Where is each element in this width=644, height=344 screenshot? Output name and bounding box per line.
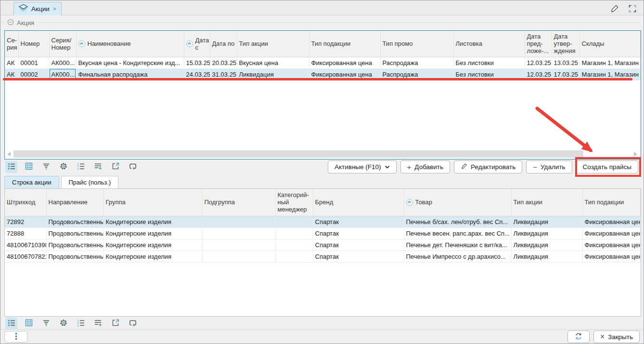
cell[interactable]: Ликвидация [511, 251, 582, 262]
cell[interactable]: Спартак [313, 251, 404, 262]
cell[interactable]: Спартак [313, 227, 404, 239]
cell[interactable]: Ликвидация [511, 239, 582, 251]
toolbar-reload-button[interactable] [127, 318, 139, 330]
cell[interactable]: Ликвидация [511, 216, 582, 227]
toolbar-settings-button[interactable] [57, 318, 69, 330]
column-header[interactable]: Склады [580, 31, 641, 57]
cell[interactable]: 4810067103981 [5, 239, 46, 251]
cell[interactable]: Спартак [313, 239, 404, 251]
more-menu-button[interactable] [4, 331, 27, 343]
cell[interactable]: Кондитерские изделия [103, 227, 202, 239]
cell[interactable]: Печенье б/сах. лен/отруб. вес Сп... [404, 216, 511, 227]
cell[interactable]: Фиксированная цена [582, 239, 641, 251]
column-header[interactable]: Тип подакции [582, 189, 641, 216]
table-row[interactable]: 72892Продовольственные ...Кондитерские и… [5, 216, 641, 227]
cell[interactable]: АК000... [49, 57, 76, 68]
column-header[interactable]: Дата утвер- ждения [552, 31, 580, 57]
cell[interactable]: Продовольственные ... [46, 251, 103, 262]
cell[interactable]: Кондитерские изделия [103, 251, 202, 262]
refresh-button[interactable] [567, 331, 590, 343]
cell[interactable]: 4810067078210 [5, 251, 46, 262]
column-header[interactable]: Группа [103, 189, 202, 216]
cell[interactable]: Вкусная цена [237, 57, 309, 68]
cell[interactable] [202, 216, 275, 227]
cell[interactable] [275, 216, 313, 227]
column-header[interactable]: Товар [404, 189, 511, 216]
column-header[interactable]: Подгруппа [202, 189, 275, 216]
cell[interactable] [202, 251, 275, 262]
toolbar-columns-view-button[interactable] [23, 318, 35, 330]
cell[interactable]: Кондитерские изделия [103, 216, 202, 227]
close-button[interactable]: × Закрыть [593, 331, 640, 343]
column-header[interactable]: Направление [46, 189, 103, 216]
toolbar-reload-button[interactable] [127, 161, 139, 173]
cell[interactable]: 12.03.25 [525, 57, 552, 68]
cell[interactable] [275, 251, 313, 262]
cell[interactable]: Фиксированная цена [582, 251, 641, 262]
cell[interactable]: Фиксированная цена [582, 227, 641, 239]
cell[interactable]: Продовольственные ... [46, 227, 103, 239]
tab-promotions[interactable]: Акции × [13, 2, 62, 15]
cell[interactable] [202, 239, 275, 251]
scroll-left-icon[interactable] [7, 152, 11, 157]
scrollbar-thumb[interactable] [13, 150, 583, 158]
toolbar-filter-button[interactable] [40, 161, 52, 173]
cell[interactable]: 72892 [5, 216, 46, 227]
cell[interactable]: АК [5, 57, 18, 68]
cell[interactable]: 13.03.25 [552, 57, 580, 68]
cell[interactable]: Фиксированная цена [309, 57, 380, 68]
pencil-icon[interactable] [609, 3, 620, 14]
column-header[interactable]: Штрихкод [5, 189, 46, 216]
column-header[interactable]: Дата с [184, 31, 210, 57]
toolbar-filter-button[interactable] [40, 318, 52, 330]
table-row[interactable]: 72888Продовольственные ...Кондитерские и… [5, 227, 641, 239]
cell[interactable] [202, 227, 275, 239]
add-button[interactable]: + Добавить [400, 160, 450, 173]
column-header[interactable]: Се- рия [5, 31, 18, 57]
column-header[interactable]: Серия/ Номер [49, 31, 76, 57]
cell[interactable]: Продовольственные ... [46, 239, 103, 251]
column-header[interactable]: Дата пред- ложе-... [525, 31, 552, 57]
cell[interactable]: Продовольственные ... [46, 216, 103, 227]
cell[interactable]: Печенье дет. Печеняшки с вит/ка... [404, 239, 511, 251]
cell[interactable]: Магазин 1, Магазин [580, 57, 641, 68]
cell[interactable] [275, 239, 313, 251]
toolbar-rows-view-button[interactable] [5, 161, 17, 173]
table-row[interactable]: 4810067078210Продовольственные ...Кондит… [5, 251, 641, 262]
toolbar-numbered-list-button[interactable]: 123 [75, 161, 87, 173]
toolbar-add-to-list-button[interactable] [92, 318, 104, 330]
column-header[interactable]: Тип подакции [309, 31, 380, 57]
cell[interactable]: Печенье весен. рапс.арах. вес Сп... [404, 227, 511, 239]
cell[interactable]: 00001 [18, 57, 49, 68]
tab-promo-line[interactable]: Строка акции [4, 176, 59, 188]
cell[interactable]: Ликвидация [511, 227, 582, 239]
collapse-minus-icon[interactable] [7, 19, 14, 27]
tab-close-icon[interactable]: × [53, 6, 57, 12]
cell[interactable]: 20.03.25 [210, 57, 237, 68]
table-row[interactable]: АК00001АК000...Вкусная цена - Кондитерск… [5, 57, 641, 68]
toolbar-numbered-list-button[interactable]: 123 [75, 318, 87, 330]
cell[interactable]: Фиксированная цена [582, 216, 641, 227]
cell[interactable]: Вкусная цена - Кондитерские изд... [76, 57, 184, 68]
tab-price-user[interactable]: Прайс (польз.) [61, 176, 119, 188]
edit-button[interactable]: Редактировать [454, 160, 522, 173]
scroll-right-icon[interactable] [634, 152, 637, 157]
cell[interactable]: Печенье Импрессо с др.арахисо... [404, 251, 511, 262]
toolbar-open-in-window-button[interactable] [109, 161, 121, 173]
column-header[interactable]: Наименование [76, 31, 184, 57]
cell[interactable]: 72888 [5, 227, 46, 239]
column-header[interactable]: Бренд [313, 189, 404, 216]
toolbar-rows-view-button[interactable] [5, 318, 17, 330]
table-row[interactable]: 4810067103981Продовольственные ...Кондит… [5, 239, 641, 251]
fullscreen-icon[interactable] [627, 3, 638, 14]
column-header[interactable]: Дата по [210, 31, 237, 57]
column-header[interactable]: Тип акции [511, 189, 582, 216]
cell[interactable] [275, 227, 313, 239]
column-header[interactable]: Категорий- ный менеджер [275, 189, 313, 216]
column-header[interactable]: Листовка [453, 31, 525, 57]
view-filter-dropdown[interactable]: Активные (F10) [328, 160, 397, 173]
column-header[interactable]: Номер [18, 31, 49, 57]
cell[interactable]: Распродажа [380, 57, 453, 68]
toolbar-columns-view-button[interactable] [23, 161, 35, 173]
toolbar-add-to-list-button[interactable] [92, 161, 104, 173]
